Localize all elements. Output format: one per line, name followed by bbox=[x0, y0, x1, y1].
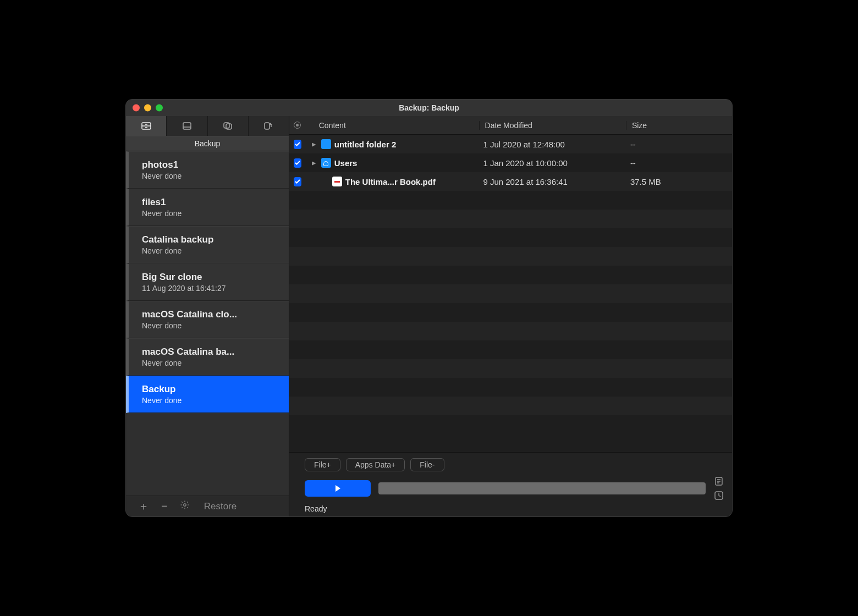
empty-row bbox=[289, 303, 732, 322]
sidebar-item-catalina-backup-2[interactable]: macOS Catalina ba... Never done bbox=[126, 338, 289, 376]
file-size: -- bbox=[626, 140, 704, 149]
sidebar-item-backup[interactable]: Backup Never done bbox=[126, 376, 289, 413]
copy-icon bbox=[222, 121, 233, 131]
svg-rect-4 bbox=[183, 123, 191, 129]
column-size[interactable]: Size bbox=[626, 121, 704, 130]
run-button[interactable] bbox=[305, 480, 371, 497]
apps-data-plus-button[interactable]: Apps Data+ bbox=[346, 458, 405, 471]
users-folder-icon bbox=[321, 158, 331, 168]
task-status: Never done bbox=[142, 172, 277, 180]
empty-row bbox=[289, 191, 732, 210]
titlebar: Backup: Backup bbox=[126, 100, 732, 116]
sidebar-mode-tabs bbox=[126, 116, 289, 136]
minimize-icon[interactable] bbox=[144, 105, 151, 112]
sidebar-item-photos1[interactable]: photos1 Never done bbox=[126, 151, 289, 189]
file-name: untitled folder 2 bbox=[334, 140, 397, 149]
progress-bar bbox=[378, 482, 706, 494]
disclosure-triangle[interactable]: ▸ bbox=[310, 139, 318, 149]
checkbox[interactable] bbox=[294, 177, 301, 186]
folder-icon bbox=[321, 139, 331, 149]
sidebar-item-files1[interactable]: files1 Never done bbox=[126, 189, 289, 226]
sidebar-task-list: photos1 Never done files1 Never done Cat… bbox=[126, 151, 289, 496]
task-status: Never done bbox=[142, 396, 277, 405]
disclosure-triangle[interactable]: ▸ bbox=[310, 158, 318, 168]
empty-row bbox=[289, 266, 732, 284]
tab-disk[interactable] bbox=[167, 116, 207, 136]
file-list: ▸ untitled folder 2 1 Jul 2020 at 12:48:… bbox=[289, 135, 732, 452]
file-date: 1 Jul 2020 at 12:48:00 bbox=[479, 140, 625, 149]
close-icon[interactable] bbox=[133, 105, 140, 112]
task-name: files1 bbox=[142, 197, 277, 208]
sidebar: Backup photos1 Never done files1 Never d… bbox=[126, 116, 289, 516]
empty-row bbox=[289, 359, 732, 378]
task-name: Backup bbox=[142, 384, 277, 395]
sidebar-item-catalina-backup[interactable]: Catalina backup Never done bbox=[126, 226, 289, 263]
log-button[interactable] bbox=[713, 476, 724, 487]
task-name: photos1 bbox=[142, 160, 277, 170]
remove-task-button[interactable]: − bbox=[161, 500, 168, 513]
target-icon bbox=[294, 122, 301, 129]
file-size: 37.5 MB bbox=[626, 177, 704, 186]
task-status: Never done bbox=[142, 209, 277, 218]
file-date: 9 Jun 2021 at 16:36:41 bbox=[479, 177, 625, 186]
archive-icon bbox=[141, 122, 152, 130]
table-header: Content Date Modified Size bbox=[289, 116, 732, 135]
tab-archive[interactable] bbox=[126, 116, 167, 136]
column-date[interactable]: Date Modified bbox=[479, 121, 626, 130]
task-status: Never done bbox=[142, 359, 277, 367]
window-controls bbox=[133, 105, 163, 112]
action-buttons: File+ Apps Data+ File- bbox=[305, 458, 724, 471]
pdf-icon bbox=[332, 177, 342, 186]
sidebar-item-big-sur-clone[interactable]: Big Sur clone 11 Aug 2020 at 16:41:27 bbox=[126, 263, 289, 301]
checkbox[interactable] bbox=[294, 140, 301, 149]
sidebar-footer: ＋ − Restore bbox=[126, 496, 289, 516]
file-minus-button[interactable]: File- bbox=[410, 458, 444, 471]
tab-copy[interactable] bbox=[208, 116, 249, 136]
play-icon bbox=[333, 484, 342, 493]
empty-row bbox=[289, 378, 732, 397]
main-panel: Content Date Modified Size ▸ untitled fo… bbox=[289, 116, 732, 516]
table-row[interactable]: ▸ Users 1 Jan 2020 at 10:00:00 -- bbox=[289, 153, 732, 172]
file-date: 1 Jan 2020 at 10:00:00 bbox=[479, 158, 625, 168]
task-name: Big Sur clone bbox=[142, 272, 277, 283]
task-status: Never done bbox=[142, 246, 277, 255]
checkbox[interactable] bbox=[294, 158, 301, 168]
disk-icon bbox=[182, 122, 192, 130]
table-row[interactable]: The Ultima...r Book.pdf 9 Jun 2021 at 16… bbox=[289, 172, 732, 191]
table-row[interactable]: ▸ untitled folder 2 1 Jul 2020 at 12:48:… bbox=[289, 135, 732, 153]
file-size: -- bbox=[626, 158, 704, 168]
task-name: Catalina backup bbox=[142, 234, 277, 245]
bottom-bar: File+ Apps Data+ File- bbox=[289, 452, 732, 516]
svg-rect-8 bbox=[265, 123, 270, 129]
empty-row bbox=[289, 247, 732, 266]
file-plus-button[interactable]: File+ bbox=[305, 458, 340, 471]
empty-row bbox=[289, 340, 732, 359]
task-name: macOS Catalina clo... bbox=[142, 309, 277, 320]
file-name: Users bbox=[334, 158, 358, 168]
empty-row bbox=[289, 397, 732, 415]
zoom-icon[interactable] bbox=[156, 105, 163, 112]
sidebar-header: Backup bbox=[126, 136, 289, 151]
task-status: Never done bbox=[142, 321, 277, 330]
check-icon bbox=[294, 160, 301, 166]
add-task-button[interactable]: ＋ bbox=[138, 499, 149, 514]
check-icon bbox=[294, 141, 301, 147]
task-status: 11 Aug 2020 at 16:41:27 bbox=[142, 284, 277, 293]
sidebar-item-catalina-clone[interactable]: macOS Catalina clo... Never done bbox=[126, 301, 289, 338]
settings-button[interactable] bbox=[180, 500, 190, 513]
empty-row bbox=[289, 322, 732, 340]
schedule-button[interactable] bbox=[713, 490, 724, 501]
column-content[interactable]: Content bbox=[306, 121, 479, 130]
empty-row bbox=[289, 415, 732, 434]
window-title: Backup: Backup bbox=[399, 103, 459, 112]
file-name: The Ultima...r Book.pdf bbox=[345, 177, 436, 186]
status-label: Ready bbox=[305, 504, 724, 513]
clock-icon bbox=[714, 491, 724, 501]
column-select[interactable] bbox=[289, 122, 306, 129]
empty-row bbox=[289, 228, 732, 247]
tab-sync[interactable] bbox=[249, 116, 289, 136]
document-icon bbox=[714, 476, 724, 486]
empty-row bbox=[289, 210, 732, 228]
gear-icon bbox=[180, 500, 190, 510]
restore-button[interactable]: Restore bbox=[204, 501, 237, 512]
